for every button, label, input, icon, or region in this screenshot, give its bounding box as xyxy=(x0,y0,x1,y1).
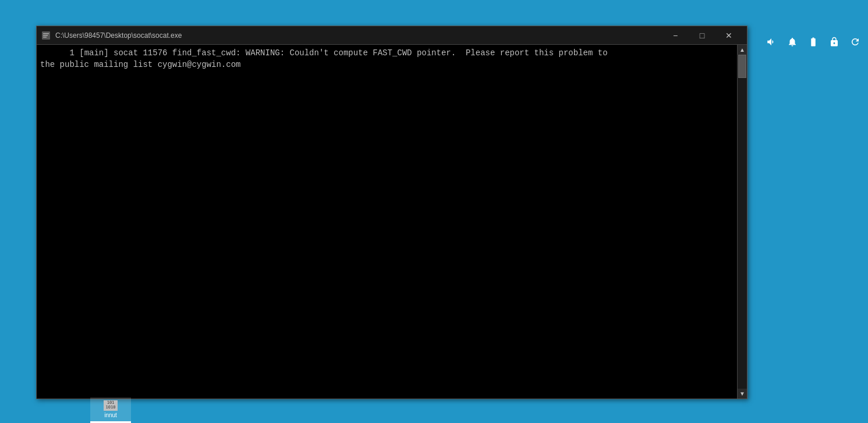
scrollbar[interactable]: ▲ ▼ xyxy=(737,45,747,399)
window-icon xyxy=(41,31,51,40)
battery-icon[interactable] xyxy=(806,35,820,49)
scrollbar-track[interactable] xyxy=(738,55,747,389)
taskbar-area: 101 1010 innut xyxy=(90,397,868,423)
desktop: C:\Users\98457\Desktop\socat\socat.exe −… xyxy=(0,0,868,423)
taskbar-item-label: innut xyxy=(104,412,117,418)
volume-icon[interactable] xyxy=(764,35,778,49)
svg-rect-2 xyxy=(43,35,48,36)
system-tray xyxy=(764,35,862,49)
lock-icon[interactable] xyxy=(827,35,841,49)
svg-rect-3 xyxy=(43,37,47,38)
scrollbar-thumb[interactable] xyxy=(738,55,746,78)
maximize-button[interactable]: □ xyxy=(689,26,715,45)
scroll-up-button[interactable]: ▲ xyxy=(738,45,747,55)
terminal-content[interactable]: 1 [main] socat 11576 find_fast_cwd: WARN… xyxy=(37,45,737,399)
minimize-button[interactable]: − xyxy=(662,26,689,45)
terminal-body: 1 [main] socat 11576 find_fast_cwd: WARN… xyxy=(37,45,747,399)
close-button[interactable]: ✕ xyxy=(715,26,742,45)
title-bar-controls: − □ ✕ xyxy=(662,26,742,45)
title-bar-left: C:\Users\98457\Desktop\socat\socat.exe xyxy=(41,31,182,40)
terminal-output: 1 [main] socat 11576 find_fast_cwd: WARN… xyxy=(40,47,734,70)
window-title: C:\Users\98457\Desktop\socat\socat.exe xyxy=(55,31,182,40)
taskbar-item-socat[interactable]: 101 1010 innut xyxy=(90,397,131,423)
refresh-icon[interactable] xyxy=(848,35,862,49)
taskbar-item-icon: 101 1010 xyxy=(104,400,118,411)
svg-rect-1 xyxy=(43,33,49,34)
terminal-window: C:\Users\98457\Desktop\socat\socat.exe −… xyxy=(36,26,747,399)
notification-icon[interactable] xyxy=(785,35,799,49)
title-bar: C:\Users\98457\Desktop\socat\socat.exe −… xyxy=(37,26,747,45)
